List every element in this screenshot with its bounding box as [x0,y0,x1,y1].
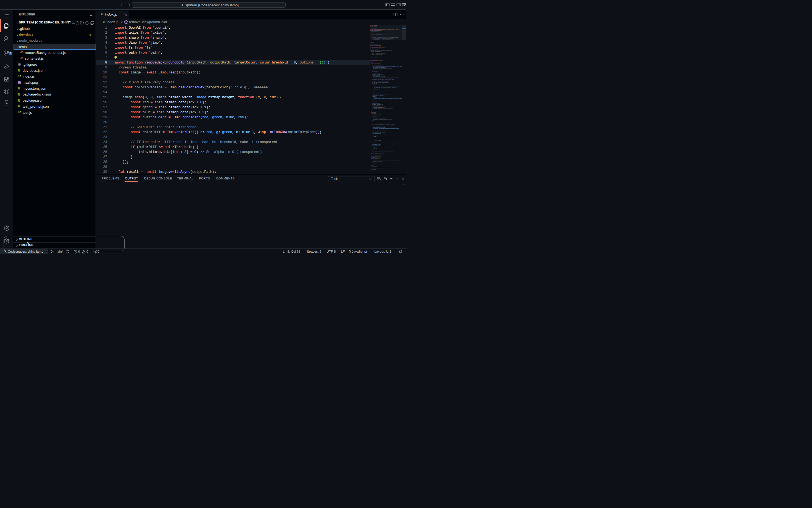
svg-text:Dev-Docs: Dev-Docs [4,104,9,106]
